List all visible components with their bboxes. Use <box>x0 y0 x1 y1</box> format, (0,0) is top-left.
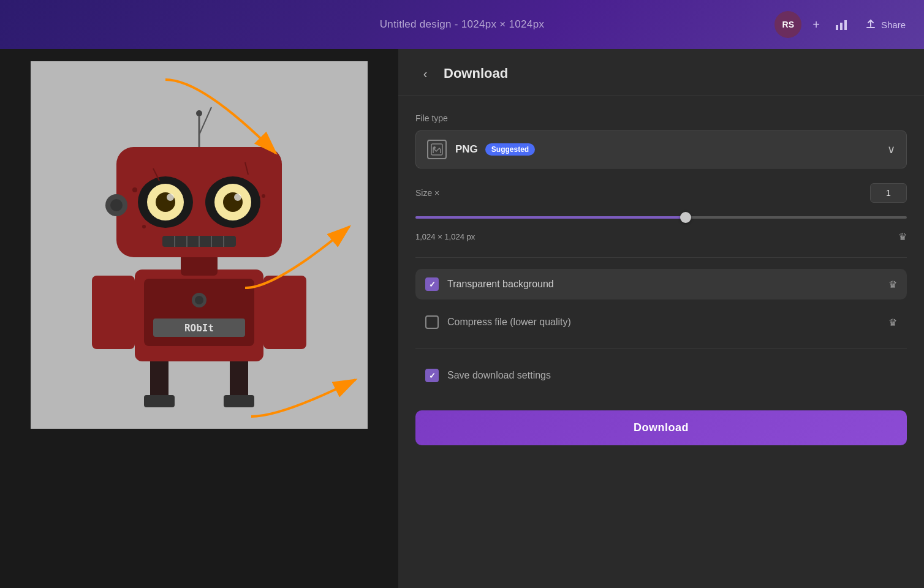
svg-point-17 <box>196 110 202 116</box>
back-button[interactable]: ‹ <box>415 64 435 83</box>
compress-inner: Compress file (lower quality) <box>425 315 571 329</box>
svg-point-46 <box>433 146 436 149</box>
svg-rect-2 <box>844 20 847 30</box>
slider-track <box>415 216 907 219</box>
svg-point-25 <box>167 194 174 201</box>
svg-text:RObIt: RObIt <box>184 322 214 334</box>
panel-header: ‹ Download <box>398 49 924 96</box>
png-icon <box>427 140 447 159</box>
slider-thumb[interactable] <box>680 212 691 223</box>
download-button[interactable]: Download <box>415 410 907 445</box>
size-section-header: Size × <box>415 183 907 203</box>
transparent-bg-row[interactable]: Transparent background ♛ <box>415 269 907 300</box>
app-header: Untitled design - 1024px × 1024px RS + S… <box>0 0 924 49</box>
size-dimensions: 1,024 × 1,024 px ♛ <box>415 231 907 243</box>
divider-2 <box>415 349 907 349</box>
crown-icon-dims: ♛ <box>898 231 907 243</box>
file-type-selector[interactable]: PNG Suggested ∨ <box>415 130 907 168</box>
compress-checkbox[interactable] <box>425 315 439 329</box>
share-button[interactable]: Share <box>859 15 912 34</box>
file-type-label: File type <box>415 113 907 123</box>
panel-body: File type PNG Suggested ∨ Size × <box>398 96 924 462</box>
size-label: Size × <box>415 188 439 198</box>
panel-title: Download <box>444 66 508 81</box>
crown-icon-transparent: ♛ <box>888 279 897 290</box>
compress-label: Compress file (lower quality) <box>447 317 571 328</box>
svg-rect-0 <box>836 25 838 30</box>
canvas-content: RObIt <box>31 61 368 429</box>
slider-fill <box>415 216 686 219</box>
save-settings-row[interactable]: Save download settings <box>415 360 907 391</box>
transparent-bg-inner: Transparent background <box>425 277 554 291</box>
svg-point-40 <box>262 194 265 198</box>
download-panel: ‹ Download File type PNG Suggested ∨ Siz… <box>398 49 924 588</box>
add-button[interactable]: + <box>809 14 824 36</box>
svg-rect-12 <box>92 276 135 349</box>
user-avatar[interactable]: RS <box>774 11 801 38</box>
svg-point-26 <box>234 194 241 201</box>
canvas-area: RObIt <box>0 49 398 588</box>
transparent-bg-checkbox[interactable] <box>425 277 439 291</box>
file-type-name: PNG <box>455 143 478 156</box>
size-slider[interactable] <box>415 210 907 225</box>
svg-rect-6 <box>144 395 175 407</box>
svg-rect-7 <box>224 395 254 407</box>
save-settings-label: Save download settings <box>447 370 551 381</box>
header-actions: RS + Share <box>774 0 924 49</box>
crown-icon-compress: ♛ <box>888 317 897 328</box>
svg-rect-13 <box>263 276 306 349</box>
save-settings-inner: Save download settings <box>425 369 551 382</box>
svg-rect-1 <box>840 23 843 30</box>
transparent-bg-label: Transparent background <box>447 279 554 290</box>
svg-point-36 <box>195 296 203 304</box>
suggested-badge: Suggested <box>485 143 535 156</box>
chevron-down-icon: ∨ <box>887 143 895 156</box>
compress-row[interactable]: Compress file (lower quality) ♛ <box>415 307 907 337</box>
document-title: Untitled design - 1024px × 1024px <box>380 18 544 31</box>
svg-point-39 <box>132 187 137 192</box>
save-settings-checkbox[interactable] <box>425 369 439 382</box>
svg-point-34 <box>110 199 123 211</box>
divider-1 <box>415 257 907 258</box>
size-input[interactable] <box>870 183 907 203</box>
analytics-icon[interactable] <box>831 14 852 35</box>
svg-point-41 <box>142 225 146 228</box>
